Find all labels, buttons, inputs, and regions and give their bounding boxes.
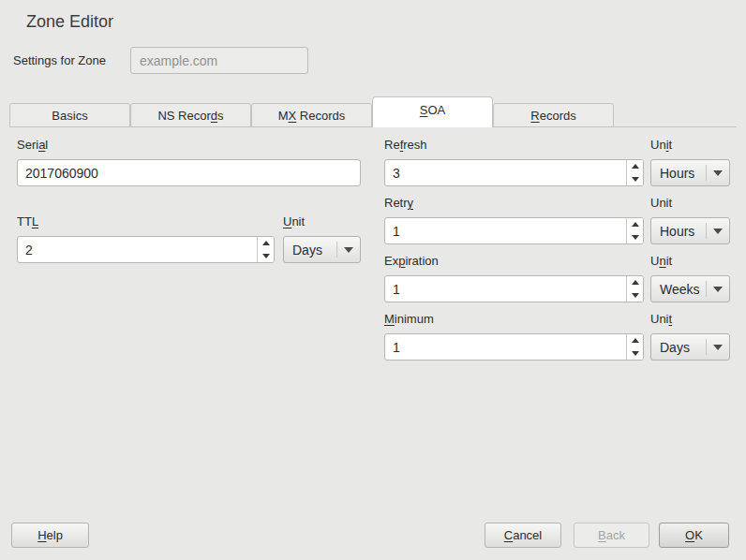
arrow-down-icon — [632, 177, 639, 182]
dropdown-separator — [706, 223, 707, 239]
cancel-button[interactable]: Cancel — [485, 523, 561, 548]
retry-input[interactable] — [385, 218, 626, 243]
page-title: Zone Editor — [26, 12, 113, 32]
tab-label: NS Records — [157, 109, 223, 123]
arrow-up-icon — [632, 280, 639, 285]
minimum-unit-dropdown[interactable]: Days — [650, 333, 730, 361]
help-button[interactable]: Help — [11, 523, 89, 548]
chevron-down-icon — [713, 287, 723, 292]
retry-spin-buttons — [626, 218, 643, 243]
dropdown-selected-value: Weeks — [660, 282, 706, 297]
spin-down-button[interactable] — [627, 173, 643, 186]
tab-records[interactable]: Records — [493, 103, 614, 127]
dropdown-separator — [336, 242, 337, 258]
dropdown-selected-value: Days — [292, 243, 336, 258]
refresh-unit-dropdown[interactable]: Hours — [650, 159, 730, 186]
arrow-down-icon — [632, 351, 639, 356]
expiration-unit-label: Unit — [650, 254, 672, 268]
arrow-down-icon — [632, 293, 639, 298]
tab-ns-records[interactable]: NS Records — [130, 103, 251, 127]
refresh-spinbox — [384, 159, 644, 186]
ttl-spinbox — [17, 236, 275, 263]
zone-name-input[interactable] — [130, 47, 308, 74]
minimum-label: Minimum — [384, 312, 434, 326]
ttl-unit-label: Unit — [283, 214, 305, 228]
spin-up-button[interactable] — [627, 334, 643, 347]
expiration-spinbox — [384, 275, 644, 302]
tab-label: Records — [530, 109, 575, 123]
expiration-input[interactable] — [385, 276, 626, 302]
spin-up-button[interactable] — [258, 237, 274, 250]
arrow-up-icon — [632, 222, 639, 227]
zone-editor-dialog: { "window": { "title": "Zone Editor" }, … — [0, 0, 746, 560]
refresh-input[interactable] — [385, 160, 626, 185]
retry-unit-dropdown[interactable]: Hours — [650, 217, 730, 244]
minimum-unit-label: Unit — [650, 312, 672, 326]
spin-down-button[interactable] — [627, 289, 643, 302]
button-label: OK — [685, 528, 703, 542]
tab-soa[interactable]: SOA — [372, 96, 493, 127]
ok-button[interactable]: OK — [659, 523, 729, 548]
button-label: Back — [598, 528, 625, 542]
tab-basics[interactable]: Basics — [9, 103, 130, 127]
spin-down-button[interactable] — [258, 250, 274, 263]
expiration-spin-buttons — [626, 276, 643, 302]
ttl-label: TTL — [17, 214, 38, 228]
chevron-down-icon — [713, 345, 723, 350]
arrow-up-icon — [632, 338, 639, 343]
dropdown-selected-value: Days — [660, 340, 706, 355]
expiration-unit-dropdown[interactable]: Weeks — [650, 275, 730, 302]
refresh-spin-buttons — [626, 160, 643, 185]
chevron-down-icon — [713, 228, 723, 234]
ttl-input[interactable] — [18, 237, 257, 262]
arrow-up-icon — [262, 241, 270, 245]
refresh-unit-label: Unit — [650, 138, 672, 152]
ttl-spin-buttons — [257, 237, 274, 262]
retry-unit-label: Unit — [650, 196, 672, 210]
dropdown-separator — [706, 339, 707, 355]
minimum-input[interactable] — [385, 334, 626, 360]
spin-down-button[interactable] — [627, 347, 643, 361]
spin-down-button[interactable] — [627, 231, 643, 244]
arrow-down-icon — [262, 254, 270, 258]
retry-spinbox — [384, 217, 644, 244]
dropdown-separator — [706, 165, 707, 181]
tab-label: SOA — [420, 103, 445, 117]
dropdown-separator — [706, 281, 707, 297]
button-label: Help — [37, 528, 63, 542]
arrow-down-icon — [632, 235, 639, 240]
chevron-down-icon — [344, 247, 353, 253]
spin-up-button[interactable] — [627, 276, 643, 289]
refresh-label: Refresh — [384, 138, 427, 152]
dropdown-selected-value: Hours — [660, 224, 706, 239]
chevron-down-icon — [713, 170, 723, 176]
arrow-up-icon — [632, 164, 639, 169]
settings-for-zone-label: Settings for Zone — [13, 53, 106, 67]
serial-label: Serial — [17, 138, 48, 152]
serial-input[interactable] — [17, 159, 361, 186]
retry-label: Retry — [384, 196, 413, 210]
expiration-label: Expiration — [384, 254, 439, 268]
tab-mx-records[interactable]: MX Records — [251, 103, 372, 127]
dropdown-selected-value: Hours — [660, 166, 706, 181]
spin-up-button[interactable] — [627, 218, 643, 231]
tab-label: Basics — [52, 109, 87, 123]
button-label: Cancel — [504, 528, 542, 542]
spin-up-button[interactable] — [627, 160, 643, 173]
minimum-spinbox — [384, 333, 644, 361]
minimum-spin-buttons — [626, 334, 643, 360]
back-button[interactable]: Back — [574, 523, 649, 548]
ttl-unit-dropdown[interactable]: Days — [283, 236, 361, 263]
tab-label: MX Records — [278, 109, 346, 123]
